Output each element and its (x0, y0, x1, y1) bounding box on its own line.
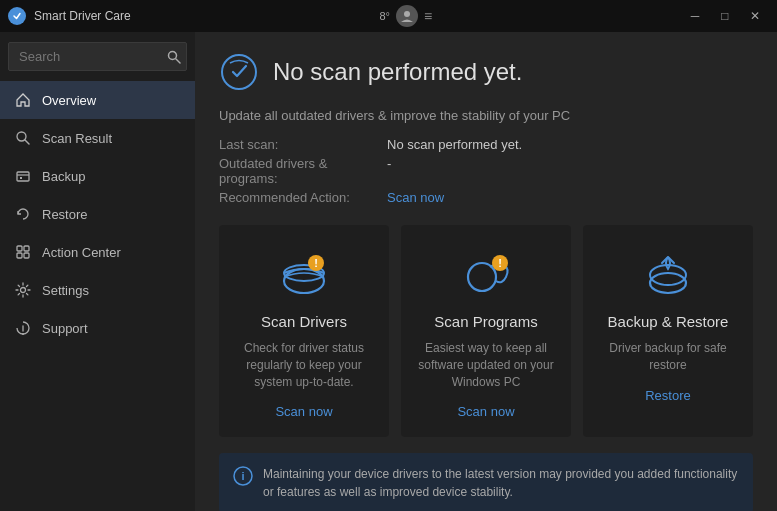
svg-point-13 (21, 288, 26, 293)
titlebar: Smart Driver Care 8° ≡ ─ □ ✕ (0, 0, 777, 32)
sidebar: Overview Scan Result Backup (0, 32, 195, 511)
card-backup-restore: Backup & Restore Driver backup for safe … (583, 225, 753, 437)
svg-rect-10 (24, 246, 29, 251)
page-title: No scan performed yet. (273, 58, 522, 86)
card-scan-drivers-link[interactable]: Scan now (275, 404, 332, 419)
card-scan-programs-desc: Easiest way to keep all software updated… (417, 340, 555, 390)
alert-text: Maintaining your device drivers to the l… (263, 465, 739, 501)
svg-rect-12 (24, 253, 29, 258)
svg-text:i: i (241, 470, 244, 482)
restore-icon (14, 205, 32, 223)
app-body: Overview Scan Result Backup (0, 32, 777, 511)
sidebar-label-restore: Restore (42, 207, 88, 222)
recommended-action-link[interactable]: Scan now (387, 190, 753, 205)
sidebar-label-support: Support (42, 321, 88, 336)
search-input[interactable] (8, 42, 187, 71)
cards-row: ! Scan Drivers Check for driver status r… (219, 225, 753, 437)
svg-rect-11 (17, 253, 22, 258)
page-header-icon (219, 52, 259, 92)
search-container (0, 32, 195, 81)
card-scan-programs-link[interactable]: Scan now (457, 404, 514, 419)
sidebar-item-action-center[interactable]: Action Center (0, 233, 195, 271)
home-icon (14, 91, 32, 109)
info-value-outdated: - (387, 156, 753, 186)
svg-rect-8 (20, 177, 22, 179)
svg-rect-9 (17, 246, 22, 251)
close-button[interactable]: ✕ (741, 6, 769, 26)
search-icon[interactable] (167, 50, 181, 64)
sidebar-label-backup: Backup (42, 169, 85, 184)
sidebar-label-action-center: Action Center (42, 245, 121, 260)
card-scan-programs: ! Scan Programs Easiest way to keep all … (401, 225, 571, 437)
backup-icon (14, 167, 32, 185)
info-grid: Last scan: No scan performed yet. Outdat… (219, 137, 753, 205)
hamburger-icon: ≡ (424, 8, 432, 24)
svg-rect-6 (17, 172, 29, 181)
user-status: 8° (379, 10, 390, 22)
card-scan-drivers-title: Scan Drivers (261, 313, 347, 330)
card-scan-drivers-icon: ! (276, 247, 332, 303)
info-value-last-scan: No scan performed yet. (387, 137, 753, 152)
sidebar-label-overview: Overview (42, 93, 96, 108)
sidebar-item-settings[interactable]: Settings (0, 271, 195, 309)
sidebar-item-scan-result[interactable]: Scan Result (0, 119, 195, 157)
card-backup-restore-title: Backup & Restore (608, 313, 729, 330)
sidebar-item-backup[interactable]: Backup (0, 157, 195, 195)
info-label-outdated: Outdated drivers & programs: (219, 156, 379, 186)
card-scan-drivers-desc: Check for driver status regularly to kee… (235, 340, 373, 390)
maximize-button[interactable]: □ (711, 6, 739, 26)
titlebar-left: Smart Driver Care (8, 7, 131, 25)
svg-point-2 (169, 51, 177, 59)
sidebar-item-overview[interactable]: Overview (0, 81, 195, 119)
svg-line-3 (176, 59, 180, 63)
svg-line-5 (25, 140, 29, 144)
action-center-icon (14, 243, 32, 261)
svg-point-0 (10, 9, 24, 23)
sidebar-item-support[interactable]: Support (0, 309, 195, 347)
support-icon (14, 319, 32, 337)
alert-banner: i Maintaining your device drivers to the… (219, 453, 753, 511)
card-backup-restore-icon (640, 247, 696, 303)
info-label-action: Recommended Action: (219, 190, 379, 205)
alert-info-icon: i (233, 466, 253, 486)
card-scan-programs-title: Scan Programs (434, 313, 537, 330)
sidebar-label-scan-result: Scan Result (42, 131, 112, 146)
app-icon (8, 7, 26, 25)
svg-point-20 (468, 263, 496, 291)
user-avatar (396, 5, 418, 27)
page-subtitle: Update all outdated drivers & improve th… (219, 108, 753, 123)
app-title: Smart Driver Care (34, 9, 131, 23)
card-scan-drivers: ! Scan Drivers Check for driver status r… (219, 225, 389, 437)
titlebar-user: 8° ≡ (379, 5, 432, 27)
svg-point-14 (22, 333, 24, 335)
card-backup-restore-link[interactable]: Restore (645, 388, 691, 403)
main-content: No scan performed yet. Update all outdat… (195, 32, 777, 511)
scan-icon (14, 129, 32, 147)
card-scan-programs-icon: ! (458, 247, 514, 303)
page-header: No scan performed yet. (219, 52, 753, 92)
sidebar-label-settings: Settings (42, 283, 89, 298)
svg-text:!: ! (314, 257, 318, 269)
settings-icon (14, 281, 32, 299)
titlebar-controls: ─ □ ✕ (681, 6, 769, 26)
svg-point-1 (404, 11, 410, 17)
card-backup-restore-desc: Driver backup for safe restore (599, 340, 737, 374)
svg-text:!: ! (498, 257, 502, 269)
minimize-button[interactable]: ─ (681, 6, 709, 26)
sidebar-item-restore[interactable]: Restore (0, 195, 195, 233)
info-label-last-scan: Last scan: (219, 137, 379, 152)
